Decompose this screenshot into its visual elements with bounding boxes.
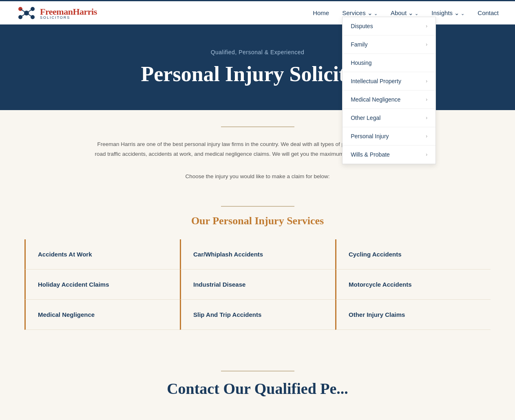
- footer-divider: [221, 371, 294, 371]
- nav-item-contact[interactable]: Contact: [477, 9, 499, 17]
- nav-link-about[interactable]: About ⌄: [391, 9, 418, 16]
- services-dropdown: Disputes › Family › Housing: [342, 17, 436, 164]
- service-item-car-whiplash[interactable]: Car/Whiplash Accidents: [180, 239, 335, 270]
- dropdown-item-housing[interactable]: Housing: [343, 54, 435, 72]
- dropdown-item-other-legal[interactable]: Other Legal ›: [343, 109, 435, 127]
- intro-divider: [221, 126, 294, 127]
- dropdown-item-family[interactable]: Family ›: [343, 35, 435, 54]
- service-item-slip-trip[interactable]: Slip And Trip Accidents: [180, 300, 335, 330]
- hero-title: Personal Injury Solicitors: [141, 62, 374, 86]
- main-content: Freeman Harris are one of the best perso…: [0, 110, 515, 198]
- service-item-holiday-accident[interactable]: Holiday Accident Claims: [24, 270, 180, 300]
- dropdown-item-intellectual-property[interactable]: Intellectual Property ›: [343, 72, 435, 91]
- services-section: Our Personal Injury Services Accidents A…: [0, 198, 515, 354]
- service-item-industrial-disease[interactable]: Industrial Disease: [180, 270, 335, 300]
- chevron-right-icon: ›: [426, 97, 427, 102]
- nav-link-insights[interactable]: Insights ⌄: [431, 9, 464, 16]
- services-section-title: Our Personal Injury Services: [24, 215, 491, 227]
- dropdown-item-medical-negligence[interactable]: Medical Negligence ›: [343, 91, 435, 109]
- dropdown-item-wills-probate[interactable]: Wills & Probate ›: [343, 146, 435, 164]
- dropdown-link-personal-injury[interactable]: Personal Injury ›: [343, 127, 435, 146]
- dropdown-link-family[interactable]: Family ›: [343, 35, 435, 54]
- service-item-motorcycle-accidents[interactable]: Motorcycle Accidents: [335, 270, 491, 300]
- logo-name: FreemanHarris: [40, 7, 97, 17]
- intro-text-2: Choose the injury you would like to make…: [74, 172, 441, 181]
- services-divider: [221, 206, 294, 207]
- dropdown-list: Disputes › Family › Housing: [343, 17, 435, 164]
- navbar: FreemanHarris SOLICITORS Home Services ⌄…: [0, 0, 515, 24]
- service-item-other-injury[interactable]: Other Injury Claims: [335, 300, 491, 330]
- chevron-right-icon: ›: [426, 42, 427, 47]
- hero-section: Qualified, Personal & Experienced Person…: [0, 24, 515, 110]
- dropdown-link-other-legal[interactable]: Other Legal ›: [343, 109, 435, 127]
- dropdown-item-disputes[interactable]: Disputes ›: [343, 17, 435, 35]
- services-grid: Accidents At Work Car/Whiplash Accidents…: [24, 239, 491, 330]
- chevron-right-icon: ›: [426, 78, 427, 84]
- chevron-right-icon: ›: [426, 115, 427, 121]
- nav-item-insights[interactable]: Insights ⌄: [431, 9, 464, 17]
- service-item-accidents-at-work[interactable]: Accidents At Work: [24, 239, 180, 270]
- dropdown-link-wills-probate[interactable]: Wills & Probate ›: [343, 146, 435, 164]
- nav-item-home[interactable]: Home: [313, 9, 329, 17]
- dropdown-link-disputes[interactable]: Disputes ›: [343, 17, 435, 35]
- nav-link-home[interactable]: Home: [313, 9, 329, 16]
- footer-title: Contact Our Qualified Pe...: [24, 380, 491, 398]
- dropdown-link-housing[interactable]: Housing: [343, 54, 435, 72]
- hero-subtitle: Qualified, Personal & Experienced: [211, 49, 305, 55]
- footer-section: Contact Our Qualified Pe...: [0, 354, 515, 398]
- chevron-right-icon: ›: [426, 152, 427, 157]
- chevron-right-icon: ›: [426, 133, 427, 139]
- dropdown-link-ip[interactable]: Intellectual Property ›: [343, 72, 435, 91]
- nav-link-services[interactable]: Services ⌄: [342, 9, 378, 16]
- service-item-medical-negligence[interactable]: Medical Negligence: [24, 300, 180, 330]
- service-item-cycling-accidents[interactable]: Cycling Accidents: [335, 239, 491, 270]
- chevron-right-icon: ›: [426, 23, 427, 29]
- nav-item-services[interactable]: Services ⌄ Disputes › Family ›: [342, 9, 378, 17]
- nav-links: Home Services ⌄ Disputes › Family ›: [313, 9, 499, 17]
- logo-brand-text: FreemanHarris: [40, 7, 97, 17]
- nav-link-contact[interactable]: Contact: [477, 9, 499, 16]
- nav-item-about[interactable]: About ⌄: [391, 9, 418, 17]
- dropdown-item-personal-injury[interactable]: Personal Injury ›: [343, 127, 435, 146]
- dropdown-link-medical-negligence[interactable]: Medical Negligence ›: [343, 91, 435, 109]
- logo[interactable]: FreemanHarris SOLICITORS: [16, 5, 97, 21]
